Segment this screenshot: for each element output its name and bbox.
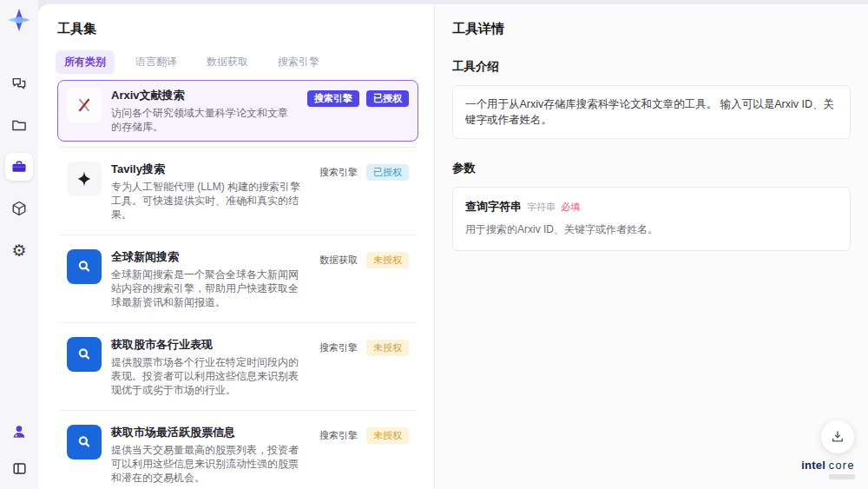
app-logo-icon[interactable] [6,7,32,33]
param-card: 查询字符串 字符串 必填 用于搜索的Arxiv ID、关键字或作者姓名。 [452,187,851,251]
tab-data-acquisition[interactable]: 数据获取 [198,50,257,74]
tab-language-translation[interactable]: 语言翻译 [127,50,186,74]
panel-toggle-icon [11,460,28,477]
download-icon [830,429,845,445]
tool-card-body: Tavily搜索 专为人工智能代理 (LLM) 构建的搜索引擎工具。可快速提供实… [111,162,308,221]
tool-name: Tavily搜索 [111,162,308,177]
arxiv-logo-icon [67,88,102,122]
sidebar-item-settings[interactable]: ⚙ [5,236,33,264]
tool-card-active-stocks[interactable]: 获取市场最活跃股票信息 提供当天交易量最高的股票列表，投资者可以利用这些信息来识… [57,417,418,489]
tool-details-panel: 工具详情 工具介绍 一个用于从Arxiv存储库搜索科学论文和文章的工具。 输入可… [434,4,868,489]
intro-heading: 工具介绍 [452,59,851,75]
tool-card-body: 获取市场最活跃股票信息 提供当天交易量最高的股票列表，投资者可以利用这些信息来识… [111,425,308,485]
divider [59,235,417,235]
tool-list: Arxiv文献搜索 访问各个研究领域大量科学论文和文章的存储库。 搜索引擎 已授… [57,80,418,489]
sidebar-item-packages[interactable] [5,195,33,222]
tool-intro-text: 一个用于从Arxiv存储库搜索科学论文和文章的工具。 输入可以是Arxiv ID… [452,85,851,139]
status-badge: 未授权 [366,252,409,268]
tab-all-categories[interactable]: 所有类别 [56,50,115,74]
left-rail: ⚙ [0,0,38,489]
tool-card-body: 全球新闻搜索 全球新闻搜索是一个聚合全球各大新闻网站内容的搜索引擎，帮助用户快速… [111,249,308,309]
tool-badges: 数据获取 未授权 [318,249,409,309]
intel-core-logo: intel core [801,459,855,479]
intel-wordmark: intel [801,459,825,472]
tool-description: 全球新闻搜索是一个聚合全球各大新闻网站内容的搜索引擎，帮助用户快速获取全球最新资… [111,268,308,309]
status-badge: 已授权 [366,164,409,181]
user-avatar[interactable] [5,418,33,446]
tool-name: 获取股市各行业表现 [111,337,308,353]
core-wordmark: core [829,459,855,472]
tool-badges: 搜索引擎 未授权 [318,337,409,397]
tool-badges: 搜索引擎 已授权 [307,88,409,134]
tool-collection-panel: 工具集 所有类别 语言翻译 数据获取 搜索引擎 Arxiv文献搜索 访问各个研究… [38,4,434,489]
settings-icon: ⚙ [11,242,26,259]
folder-icon [10,116,28,134]
download-button[interactable] [821,420,854,453]
rail-nav: ⚙ [5,69,33,264]
user-icon [10,423,28,440]
status-badge: 已授权 [366,90,409,107]
chat-icon [10,75,28,92]
param-name: 查询字符串 [465,199,522,215]
tool-description: 提供股票市场各个行业在特定时间段内的表现。投资者可以利用这些信息来识别表现优于或… [111,355,308,397]
category-badge: 搜索引擎 [307,90,359,107]
main-surface: 工具集 所有类别 语言翻译 数据获取 搜索引擎 Arxiv文献搜索 访问各个研究… [38,4,868,489]
blue-search-icon [67,425,102,459]
tool-card-tavily[interactable]: Tavily搜索 专为人工智能代理 (LLM) 构建的搜索引擎工具。可快速提供实… [57,154,418,229]
divider [59,410,417,411]
tool-card-body: 获取股市各行业表现 提供股票市场各个行业在特定时间段内的表现。投资者可以利用这些… [111,337,308,397]
category-badge: 搜索引擎 [318,340,359,356]
rail-bottom [5,418,33,482]
tool-description: 专为人工智能代理 (LLM) 构建的搜索引擎工具。可快速提供实时、准确和真实的结… [111,180,308,221]
param-type: 字符串 [527,201,556,214]
status-badge: 未授权 [366,340,409,356]
tool-card-body: Arxiv文献搜索 访问各个研究领域大量科学论文和文章的存储库。 [111,88,298,134]
blue-search-icon [67,249,102,284]
sidebar-item-files[interactable] [5,111,33,139]
collapse-sidebar-button[interactable] [5,454,33,482]
category-tabs: 所有类别 语言翻译 数据获取 搜索引擎 [56,50,434,74]
tool-name: 获取市场最活跃股票信息 [111,425,308,440]
sparkle-star-icon [67,162,102,196]
category-badge: 搜索引擎 [318,164,359,181]
tool-badges: 搜索引擎 未授权 [318,425,409,485]
sidebar-item-tools[interactable] [5,153,33,181]
param-description: 用于搜索的Arxiv ID、关键字或作者姓名。 [465,222,838,237]
divider [59,147,417,148]
tool-description: 访问各个研究领域大量科学论文和文章的存储库。 [111,106,298,134]
tool-badges: 搜索引擎 已授权 [318,162,409,221]
tool-card-stock-sectors[interactable]: 获取股市各行业表现 提供股票市场各个行业在特定时间段内的表现。投资者可以利用这些… [57,329,418,405]
tool-card-global-news[interactable]: 全球新闻搜索 全球新闻搜索是一个聚合全球各大新闻网站内容的搜索引擎，帮助用户快速… [57,241,418,317]
sidebar-item-chat[interactable] [5,69,33,97]
category-badge: 数据获取 [318,252,359,268]
params-heading: 参数 [452,161,851,176]
details-title: 工具详情 [452,21,851,37]
blue-search-icon [67,337,102,372]
tool-description: 提供当天交易量最高的股票列表，投资者可以利用这些信息来识别流动性强的股票和潜在的… [111,443,308,485]
param-required-badge: 必填 [561,201,580,214]
tool-card-arxiv[interactable]: Arxiv文献搜索 访问各个研究领域大量科学论文和文章的存储库。 搜索引擎 已授… [57,80,418,142]
toolbox-icon [10,158,28,175]
param-head: 查询字符串 字符串 必填 [465,199,838,215]
divider [59,322,417,323]
tab-search-engine[interactable]: 搜索引擎 [269,50,328,74]
package-icon [10,200,28,217]
status-badge: 未授权 [366,427,409,444]
tool-name: 全球新闻搜索 [111,249,308,265]
intel-sub-badge [829,474,855,479]
category-badge: 搜索引擎 [318,427,359,444]
tool-name: Arxiv文献搜索 [111,88,298,103]
page-title: 工具集 [57,21,434,37]
